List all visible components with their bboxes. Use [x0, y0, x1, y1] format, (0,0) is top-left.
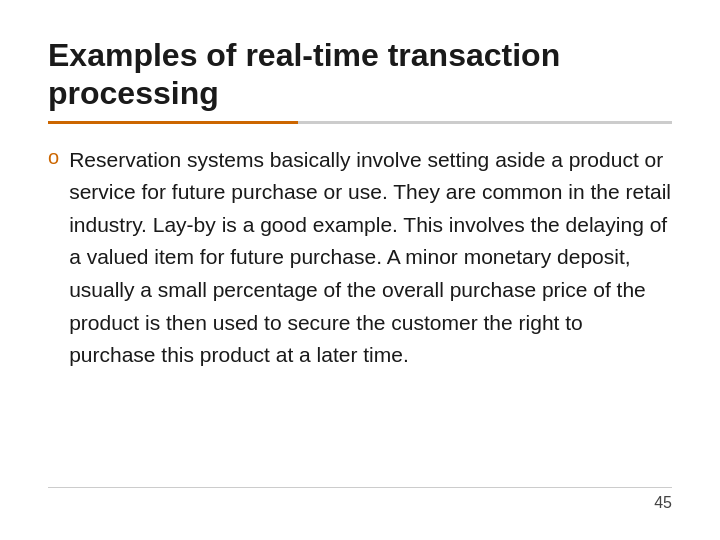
bullet-item: o Reservation systems basically involve … — [48, 144, 672, 372]
bullet-text: Reservation systems basically involve se… — [69, 144, 672, 372]
footer-section: 45 — [48, 487, 672, 512]
content-section: o Reservation systems basically involve … — [48, 144, 672, 479]
slide-title: Examples of real-time transaction proces… — [48, 36, 672, 113]
bullet-marker: o — [48, 146, 59, 169]
page-number: 45 — [654, 494, 672, 512]
slide: Examples of real-time transaction proces… — [0, 0, 720, 540]
title-section: Examples of real-time transaction proces… — [48, 36, 672, 138]
title-underline — [48, 121, 672, 124]
